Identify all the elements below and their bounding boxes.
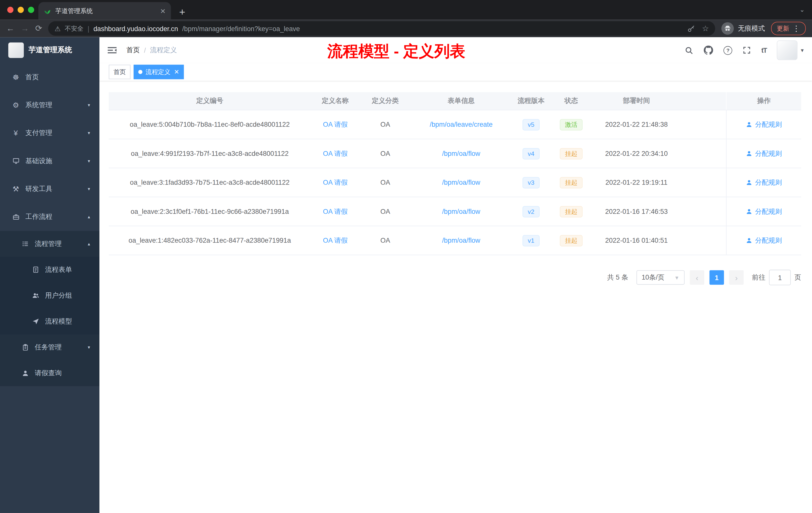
person-icon (746, 121, 753, 128)
minimize-window-button[interactable] (18, 7, 24, 13)
breadcrumb-home[interactable]: 首页 (126, 46, 140, 55)
reload-button[interactable]: ⟳ (35, 24, 42, 33)
form-info-link[interactable]: /bpm/oa/flow (442, 208, 480, 215)
deploy-time: 2022-01-16 17:46:53 (592, 197, 681, 225)
definition-name-link[interactable]: OA 请假 (323, 236, 348, 245)
tools-icon: ⚒ (11, 185, 20, 193)
github-icon[interactable] (704, 46, 713, 55)
column-header: 部署时间 (592, 92, 681, 110)
definition-id: oa_leave:1:482ec033-762a-11ec-8477-a2380… (109, 226, 311, 254)
definition-category: OA (360, 168, 410, 197)
version-badge: v4 (522, 148, 539, 159)
breadcrumb: 首页 / 流程定义 (126, 46, 177, 55)
incognito-label: 无痕模式 (738, 24, 765, 33)
definition-name-link[interactable]: OA 请假 (323, 149, 348, 158)
forward-button[interactable]: → (21, 24, 29, 33)
sidebar-item-task-management[interactable]: 任务管理 ▾ (0, 334, 99, 360)
row-spacer (681, 139, 726, 168)
current-page-button[interactable]: 1 (709, 270, 724, 285)
status-badge: 挂起 (560, 206, 583, 217)
sidebar-toggle-icon[interactable] (108, 46, 117, 55)
person-icon (746, 237, 753, 244)
document-icon (31, 266, 40, 273)
form-info-link[interactable]: /bpm/oa/flow (442, 179, 480, 186)
assign-rule-link[interactable]: 分配规则 (746, 236, 782, 245)
sidebar-item-leave-query[interactable]: 请假查询 (0, 360, 99, 386)
assign-rule-link[interactable]: 分配规则 (746, 207, 782, 216)
url-path: /bpm/manager/definition?key=oa_leave (182, 25, 300, 32)
definition-id: oa_leave:3:1fad3d93-7b75-11ec-a3c8-acde4… (109, 168, 311, 197)
tab-title: 芋道管理系统 (56, 6, 156, 15)
tab-close-icon[interactable]: ✕ (160, 7, 166, 15)
definition-name-link[interactable]: OA 请假 (323, 207, 348, 216)
sidebar-item-process-management[interactable]: 流程管理 ▴ (0, 231, 99, 257)
assign-rule-link[interactable]: 分配规则 (746, 178, 782, 187)
sidebar-item-payment-management[interactable]: ¥ 支付管理 ▾ (0, 119, 99, 147)
user-menu[interactable]: ▾ (777, 40, 804, 60)
browser-tab[interactable]: 芋道管理系统 ✕ (38, 2, 171, 20)
close-icon[interactable]: ✕ (174, 68, 179, 76)
goto-page-input[interactable] (769, 270, 791, 285)
font-size-icon[interactable]: tT (761, 47, 766, 54)
bookmark-star-icon[interactable]: ☆ (702, 24, 709, 33)
table-row: oa_leave:3:1fad3d93-7b75-11ec-a3c8-acde4… (109, 168, 801, 197)
search-icon[interactable] (685, 46, 694, 55)
column-header: 状态 (550, 92, 592, 110)
deploy-time: 2022-01-22 20:34:10 (592, 139, 681, 168)
browser-menu-icon[interactable]: ⋮ (792, 24, 800, 33)
zoom-window-button[interactable] (28, 7, 34, 13)
sidebar-item-user-group[interactable]: 用户分组 (0, 282, 99, 308)
definition-name-link[interactable]: OA 请假 (323, 120, 348, 129)
definition-name-link[interactable]: OA 请假 (323, 178, 348, 187)
incognito-indicator: 无痕模式 (721, 22, 765, 35)
person-icon (21, 370, 30, 377)
address-bar[interactable]: ⚠ 不安全 | dashboard.yudao.iocoder.cn /bpm/… (49, 21, 715, 36)
assign-rule-link[interactable]: 分配规则 (746, 120, 782, 129)
key-icon[interactable] (687, 25, 695, 32)
table-body: oa_leave:5:004b710b-7b8a-11ec-8ef0-acde4… (109, 110, 801, 255)
new-tab-button[interactable]: + (179, 7, 185, 17)
form-info-link[interactable]: /bpm/oa/flow (442, 237, 480, 244)
help-icon[interactable]: ? (724, 46, 732, 55)
paper-plane-icon (31, 318, 40, 325)
assign-rule-link[interactable]: 分配规则 (746, 149, 782, 158)
sidebar-item-process-model[interactable]: 流程模型 (0, 308, 99, 334)
sidebar-item-home[interactable]: ☸ 首页 (0, 63, 99, 91)
next-page-button[interactable]: › (729, 270, 744, 285)
favicon-leaf-icon (44, 7, 51, 15)
app-navbar: 首页 / 流程定义 流程模型 - 定义列表 ? tT ▾ (99, 37, 812, 63)
prev-page-button[interactable]: ‹ (690, 270, 704, 285)
fullscreen-icon[interactable] (743, 46, 751, 55)
status-badge: 激活 (560, 119, 583, 130)
active-tag-dot (138, 70, 143, 74)
form-info-link[interactable]: /bpm/oa/leave/create (430, 121, 492, 128)
sidebar-item-dev-tools[interactable]: ⚒ 研发工具 ▾ (0, 175, 99, 203)
browser-tab-strip: 芋道管理系统 ✕ + ⌄ (0, 0, 812, 20)
sidebar-item-workflow[interactable]: 工作流程 ▴ (0, 203, 99, 231)
column-header: 流程版本 (512, 92, 551, 110)
app-title: 芋道管理系统 (28, 46, 72, 55)
monitor-icon (11, 157, 20, 164)
sidebar-item-infrastructure[interactable]: 基础设施 ▾ (0, 147, 99, 175)
tabstrip-caret-icon[interactable]: ⌄ (800, 6, 805, 13)
form-info-link[interactable]: /bpm/oa/flow (442, 150, 480, 157)
page-size-select[interactable]: 10条/页 ▼ (637, 270, 685, 285)
url-separator: | (88, 25, 89, 32)
close-window-button[interactable] (7, 7, 13, 13)
sidebar-item-process-form[interactable]: 流程表单 (0, 257, 99, 282)
gear-icon: ⚙ (11, 101, 20, 109)
page-content: 定义编号 定义名称 定义分类 表单信息 流程版本 状态 部署时间 操作 oa_l… (99, 81, 812, 513)
sidebar-item-system-management[interactable]: ⚙ 系统管理 ▾ (0, 91, 99, 119)
back-button[interactable]: ← (6, 24, 14, 33)
update-button[interactable]: 更新 ⋮ (771, 22, 806, 35)
list-icon (21, 240, 30, 247)
person-icon (746, 179, 753, 186)
tags-view-bar: 首页 流程定义 ✕ (99, 63, 812, 81)
tag-home[interactable]: 首页 (109, 65, 130, 79)
sidebar-logo[interactable]: 芋道管理系统 (0, 37, 99, 63)
security-warning-icon: ⚠ (55, 25, 60, 32)
row-spacer (681, 197, 726, 225)
definition-category: OA (360, 197, 410, 225)
tag-process-definition[interactable]: 流程定义 ✕ (134, 65, 184, 79)
definition-table: 定义编号 定义名称 定义分类 表单信息 流程版本 状态 部署时间 操作 oa_l… (109, 92, 801, 255)
